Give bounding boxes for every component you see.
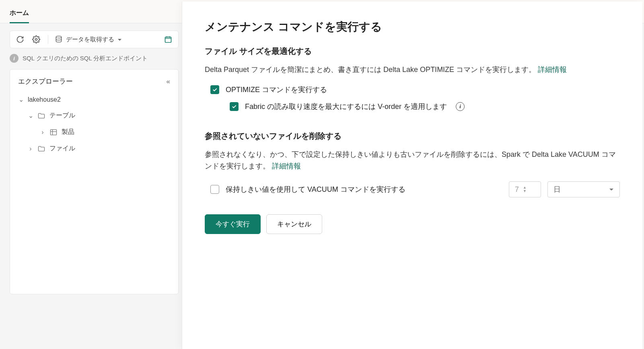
- toolbar: データを取得する: [10, 31, 179, 48]
- retention-value: 7: [515, 185, 519, 194]
- optimize-desc-text: Delta Parquet ファイルを簡潔にまとめ、書き直すには Delta L…: [205, 66, 538, 74]
- get-data-label: データを取得する: [66, 36, 114, 43]
- chevron-right-icon: ›: [40, 129, 45, 136]
- svg-rect-3: [51, 129, 57, 135]
- refresh-icon[interactable]: [15, 34, 25, 45]
- explorer-title: エクスプローラー: [18, 77, 73, 86]
- optimize-heading: ファイル サイズを最適化する: [205, 46, 620, 57]
- vacuum-desc-text: 参照されなくなり、かつ、下で設定した保持しきい値よりも古いファイルを削除するには…: [205, 150, 616, 170]
- optimize-run-checkbox[interactable]: [210, 85, 219, 94]
- folder-icon: [37, 145, 45, 153]
- chevron-down-icon: [609, 187, 614, 192]
- tree-item-product[interactable]: › 製品: [16, 124, 173, 140]
- optimize-description: Delta Parquet ファイルを簡潔にまとめ、書き直すには Delta L…: [205, 64, 620, 76]
- vacuum-run-row: 保持しきい値を使用して VACUUM コマンドを実行する 7 ▲▼ 日: [210, 181, 620, 197]
- status-text: SQL クエリのための SQL 分析エンドポイント: [23, 55, 148, 62]
- get-data-button[interactable]: データを取得する: [55, 35, 122, 43]
- tree-root-label: lakehouse2: [28, 96, 61, 103]
- tree-root-lakehouse[interactable]: ⌄ lakehouse2: [16, 92, 173, 107]
- info-icon: i: [10, 54, 19, 63]
- table-icon: [49, 128, 58, 136]
- vorder-row: Fabric の読み取り速度を最大にするには V-order を適用します i: [230, 102, 620, 111]
- explorer-tree: ⌄ lakehouse2 ⌄ テーブル › 製品 ›: [16, 92, 173, 157]
- dialog-button-row: 今すぐ実行 キャンセル: [205, 214, 620, 234]
- svg-point-1: [56, 36, 61, 38]
- tree-item-files[interactable]: › ファイル: [16, 140, 173, 157]
- dialog-title: メンテナンス コマンドを実行する: [205, 19, 620, 35]
- maintenance-dialog: メンテナンス コマンドを実行する ファイル サイズを最適化する Delta Pa…: [182, 2, 642, 349]
- tab-home[interactable]: ホーム: [10, 6, 29, 23]
- svg-point-0: [35, 39, 37, 41]
- retention-unit-label: 日: [553, 185, 561, 194]
- optimize-run-label: OPTIMIZE コマンドを実行する: [226, 85, 327, 94]
- calendar-icon[interactable]: [163, 34, 173, 45]
- chevron-right-icon: ›: [28, 145, 33, 152]
- optimize-run-row: OPTIMIZE コマンドを実行する: [210, 85, 620, 94]
- vorder-label: Fabric の読み取り速度を最大にするには V-order を適用します: [245, 102, 447, 111]
- collapse-explorer-icon[interactable]: «: [167, 78, 170, 86]
- cancel-button[interactable]: キャンセル: [266, 214, 322, 234]
- chevron-down-icon: ⌄: [18, 96, 24, 103]
- vacuum-description: 参照されなくなり、かつ、下で設定した保持しきい値よりも古いファイルを削除するには…: [205, 149, 620, 172]
- retention-value-spinner[interactable]: 7 ▲▼: [509, 181, 541, 197]
- run-now-button[interactable]: 今すぐ実行: [205, 214, 261, 234]
- vacuum-run-label: 保持しきい値を使用して VACUUM コマンドを実行する: [226, 185, 502, 194]
- vorder-info-icon[interactable]: i: [456, 102, 465, 111]
- svg-rect-2: [165, 37, 171, 42]
- spinner-arrows[interactable]: ▲▼: [523, 186, 527, 193]
- tree-item-tables[interactable]: ⌄ テーブル: [16, 107, 173, 124]
- retention-unit-select[interactable]: 日: [547, 181, 620, 197]
- vacuum-run-checkbox[interactable]: [210, 185, 219, 194]
- settings-gear-icon[interactable]: [31, 34, 41, 45]
- tree-files-label: ファイル: [49, 144, 75, 153]
- tree-product-label: 製品: [62, 128, 74, 136]
- toolbar-divider: [48, 35, 48, 44]
- database-icon: [55, 35, 63, 43]
- optimize-learn-more-link[interactable]: 詳細情報: [538, 66, 567, 74]
- vacuum-heading: 参照されていないファイルを削除する: [205, 131, 620, 142]
- folder-icon: [37, 112, 45, 120]
- chevron-down-icon: [117, 37, 122, 42]
- vacuum-learn-more-link[interactable]: 詳細情報: [272, 162, 301, 170]
- vorder-checkbox[interactable]: [230, 102, 239, 111]
- tree-tables-label: テーブル: [49, 111, 75, 120]
- explorer-panel: エクスプローラー « ⌄ lakehouse2 ⌄ テーブル › 製品: [10, 69, 179, 294]
- chevron-down-icon: ⌄: [28, 112, 33, 119]
